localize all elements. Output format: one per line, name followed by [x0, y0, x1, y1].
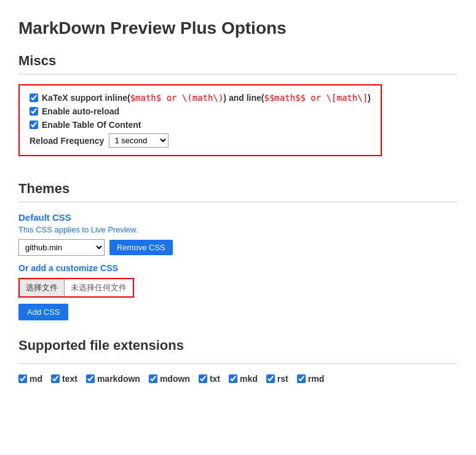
- themes-heading: Themes: [18, 181, 458, 197]
- ext-label-txt: txt: [210, 374, 220, 384]
- katex-inline-code: $math$ or \(math\): [130, 93, 224, 103]
- autoreload-label: Enable auto-reload: [42, 106, 119, 116]
- ext-item-txt[interactable]: txt: [199, 374, 220, 384]
- ext-checkbox-txt[interactable]: [199, 374, 207, 383]
- miscs-divider: [18, 74, 458, 74]
- katex-row: KaTeX support inline($math$ or \(math\))…: [30, 93, 371, 103]
- katex-label: KaTeX support inline($math$ or \(math\))…: [42, 93, 371, 103]
- ext-checkbox-mdown[interactable]: [149, 374, 157, 383]
- miscs-heading: Miscs: [18, 53, 458, 69]
- customize-css-label: Or add a customize CSS: [18, 263, 458, 273]
- ext-item-text[interactable]: text: [51, 374, 77, 384]
- ext-checkbox-text[interactable]: [51, 374, 60, 383]
- katex-checkbox[interactable]: [30, 93, 38, 102]
- reload-freq-select[interactable]: 1 second 2 seconds 5 seconds 10 seconds: [109, 133, 169, 148]
- ext-item-md[interactable]: md: [18, 374, 42, 384]
- choose-file-button[interactable]: 选择文件: [20, 279, 65, 296]
- ext-item-rst[interactable]: rst: [266, 374, 288, 384]
- supported-heading: Supported file extensions: [18, 338, 458, 354]
- ext-checkbox-rmd[interactable]: [297, 374, 306, 383]
- ext-item-markdown[interactable]: markdown: [86, 374, 140, 384]
- ext-checkbox-rst[interactable]: [266, 374, 275, 383]
- supported-divider: [18, 363, 458, 364]
- ext-item-rmd[interactable]: rmd: [297, 374, 324, 384]
- toc-label: Enable Table Of Content: [42, 120, 141, 130]
- toc-row: Enable Table Of Content: [30, 120, 371, 130]
- ext-label-mkd: mkd: [240, 374, 258, 384]
- css-desc: This CSS applies to Live Preview.: [18, 225, 458, 234]
- css-select-row: github.min default solarized-dark solari…: [18, 239, 458, 256]
- file-name-label: 未选择任何文件: [65, 279, 133, 296]
- ext-checkbox-markdown[interactable]: [86, 374, 95, 383]
- autoreload-row: Enable auto-reload: [30, 106, 371, 116]
- reload-freq-label: Reload Frequency: [30, 136, 104, 146]
- ext-checkbox-md[interactable]: [18, 374, 27, 383]
- ext-label-rmd: rmd: [308, 374, 324, 384]
- add-css-button[interactable]: Add CSS: [18, 304, 68, 320]
- ext-item-mdown[interactable]: mdown: [149, 374, 190, 384]
- miscs-options-box: KaTeX support inline($math$ or \(math\))…: [18, 84, 382, 156]
- ext-label-mdown: mdown: [160, 374, 190, 384]
- katex-line-code: $$math$$ or \[math\]: [264, 93, 368, 103]
- file-input-box: 选择文件 未选择任何文件: [18, 278, 134, 298]
- supported-section: Supported file extensions mdtextmarkdown…: [18, 338, 458, 384]
- ext-checkbox-mkd[interactable]: [229, 374, 237, 383]
- ext-item-mkd[interactable]: mkd: [229, 374, 258, 384]
- miscs-section: Miscs KaTeX support inline($math$ or \(m…: [18, 53, 458, 164]
- ext-label-text: text: [62, 374, 77, 384]
- reload-freq-row: Reload Frequency 1 second 2 seconds 5 se…: [30, 133, 371, 148]
- toc-checkbox[interactable]: [30, 121, 38, 129]
- page-title: MarkDown Preview Plus Options: [18, 18, 458, 38]
- remove-css-button[interactable]: Remove CSS: [109, 240, 173, 255]
- autoreload-checkbox[interactable]: [30, 107, 38, 116]
- ext-label-md: md: [30, 374, 42, 384]
- ext-label-rst: rst: [277, 374, 288, 384]
- css-select[interactable]: github.min default solarized-dark solari…: [18, 239, 105, 256]
- themes-section: Themes Default CSS This CSS applies to L…: [18, 181, 458, 320]
- extensions-row: mdtextmarkdownmdowntxtmkdrstrmd: [18, 374, 458, 384]
- themes-divider: [18, 202, 458, 202]
- ext-label-markdown: markdown: [97, 374, 140, 384]
- default-css-label: Default CSS: [18, 212, 458, 223]
